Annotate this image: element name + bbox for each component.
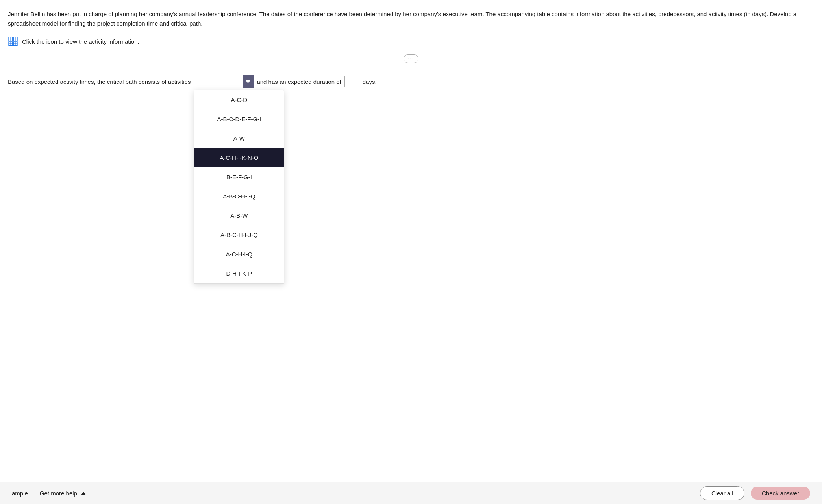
days-label: days. (363, 78, 377, 85)
clear-all-button[interactable]: Clear all (700, 486, 744, 500)
footer-right: Clear all Check answer (700, 486, 810, 500)
dropdown-menu-item[interactable]: A-B-C-H-I-Q (194, 187, 284, 206)
icon-instruction-row: Click the icon to view the activity info… (8, 36, 814, 46)
dropdown-menu-item[interactable]: A-C-D (194, 90, 284, 109)
divider-dots: ··· (404, 54, 418, 63)
dropdown-menu-item[interactable]: A-C-H-I-Q (194, 245, 284, 264)
question-row: Based on expected activity times, the cr… (8, 75, 814, 88)
description-paragraph: Jennifer Bellin has been put in charge o… (8, 9, 814, 28)
footer-sample-label: ample (12, 490, 28, 497)
activities-dropdown-wrapper[interactable]: A-C-DA-B-C-D-E-F-G-IA-WA-C-H-I-K-N-OB-E-… (194, 75, 254, 88)
dropdown-arrow-icon (243, 75, 254, 88)
table-grid-icon[interactable] (8, 36, 18, 46)
question-suffix: and has an expected duration of (257, 78, 341, 85)
dropdown-menu-item[interactable]: A-C-H-I-K-N-O (194, 148, 284, 167)
question-prefix: Based on expected activity times, the cr… (8, 78, 191, 85)
footer-help-text: Get more help (40, 490, 77, 497)
dropdown-menu-item[interactable]: A-W (194, 129, 284, 148)
check-answer-button[interactable]: Check answer (751, 487, 810, 500)
footer-bar: ample Get more help Clear all Check answ… (0, 482, 822, 504)
dropdown-menu: A-C-DA-B-C-D-E-F-G-IA-WA-C-H-I-K-N-OB-E-… (194, 90, 284, 284)
dropdown-menu-item[interactable]: B-E-F-G-I (194, 167, 284, 187)
footer-left: ample Get more help (12, 490, 86, 497)
duration-input[interactable] (344, 76, 359, 87)
dropdown-menu-item[interactable]: A-B-W (194, 206, 284, 225)
dropdown-menu-item[interactable]: A-B-C-H-I-J-Q (194, 225, 284, 245)
section-divider: ··· (8, 54, 814, 63)
chevron-up-icon (81, 492, 86, 495)
main-content: Jennifer Bellin has been put in charge o… (0, 0, 822, 88)
dropdown-menu-item[interactable]: A-B-C-D-E-F-G-I (194, 109, 284, 129)
icon-instruction-text: Click the icon to view the activity info… (22, 38, 139, 45)
footer-help-link[interactable]: Get more help (40, 490, 86, 497)
dropdown-menu-item[interactable]: D-H-I-K-P (194, 264, 284, 283)
